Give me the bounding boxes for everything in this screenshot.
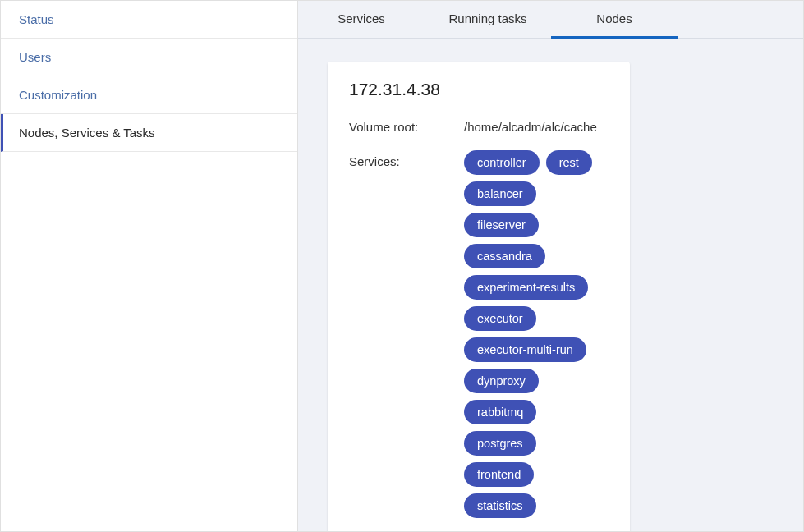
sidebar: Status Users Customization Nodes, Servic… — [1, 1, 298, 531]
content-area: 172.31.4.38 Volume root: /home/alcadm/al… — [298, 39, 803, 531]
sidebar-item-label: Customization — [19, 88, 97, 102]
service-pill-postgres[interactable]: postgres — [464, 431, 536, 456]
volume-root-value: /home/alcadm/alc/cache — [464, 116, 609, 134]
service-pill-cassandra[interactable]: cassandra — [464, 244, 545, 268]
service-pill-rest[interactable]: rest — [546, 150, 592, 175]
services-row: Services: controllerrestbalancerfileserv… — [349, 150, 609, 518]
sidebar-item-label: Status — [19, 12, 54, 26]
sidebar-item-users[interactable]: Users — [1, 39, 297, 76]
node-ip-title: 172.31.4.38 — [349, 80, 609, 99]
node-card: 172.31.4.38 Volume root: /home/alcadm/al… — [328, 62, 630, 531]
tab-running-tasks[interactable]: Running tasks — [425, 1, 551, 38]
volume-root-label: Volume root: — [349, 116, 464, 134]
service-pill-dynproxy[interactable]: dynproxy — [464, 369, 539, 393]
services-label: Services: — [349, 150, 464, 168]
service-pill-controller[interactable]: controller — [464, 150, 540, 175]
service-pill-statistics[interactable]: statistics — [464, 493, 536, 518]
sidebar-item-customization[interactable]: Customization — [1, 76, 297, 114]
service-pill-executor-multi-run[interactable]: executor-multi-run — [464, 337, 586, 362]
service-pill-rabbitmq[interactable]: rabbitmq — [464, 400, 536, 424]
tab-nodes[interactable]: Nodes — [551, 1, 678, 38]
service-pill-balancer[interactable]: balancer — [464, 181, 536, 206]
tab-label: Nodes — [596, 11, 632, 25]
service-pill-fileserver[interactable]: fileserver — [464, 213, 539, 237]
volume-root-row: Volume root: /home/alcadm/alc/cache — [349, 116, 609, 134]
services-pills: controllerrestbalancerfileservercassandr… — [464, 150, 609, 518]
service-pill-experiment-results[interactable]: experiment-results — [464, 275, 588, 300]
sidebar-item-status[interactable]: Status — [1, 1, 297, 39]
tab-label: Running tasks — [448, 11, 526, 25]
tab-label: Services — [338, 11, 385, 25]
tabbar: Services Running tasks Nodes — [298, 1, 803, 39]
main-panel: Services Running tasks Nodes 172.31.4.38… — [298, 1, 803, 531]
sidebar-item-nodes-services-tasks[interactable]: Nodes, Services & Tasks — [1, 114, 297, 152]
tab-services[interactable]: Services — [298, 1, 425, 38]
service-pill-frontend[interactable]: frontend — [464, 462, 534, 487]
sidebar-item-label: Users — [19, 50, 51, 64]
service-pill-executor[interactable]: executor — [464, 306, 536, 331]
sidebar-item-label: Nodes, Services & Tasks — [19, 126, 155, 140]
